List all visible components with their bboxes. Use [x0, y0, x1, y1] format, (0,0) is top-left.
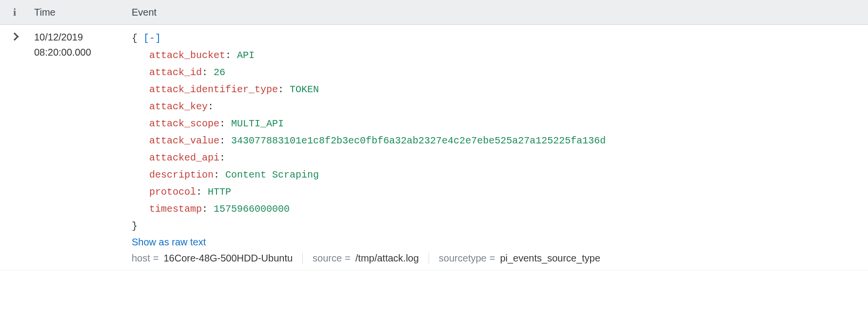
json-field-row: attack_bucket: API — [132, 47, 863, 64]
meta-eq: = — [490, 253, 495, 264]
json-field-row: protocol: HTTP — [132, 183, 863, 201]
json-field-row: timestamp: 1575966000000 — [132, 201, 863, 218]
json-value[interactable]: Content Scraping — [225, 169, 319, 181]
time-cell[interactable]: 10/12/2019 08:20:00.000 — [29, 25, 127, 270]
meta-sourcetype-value: pi_events_source_type — [500, 253, 600, 264]
json-colon: : — [225, 50, 237, 61]
json-key[interactable]: description — [149, 169, 214, 181]
events-table: i Time Event 10/12/2019 08:20:00.000 { [… — [0, 0, 868, 270]
event-time: 08:20:00.000 — [34, 45, 122, 60]
header-event-cell[interactable]: Event — [127, 0, 868, 25]
event-meta-row: host = 16Core-48G-500HDD-Ubuntu source =… — [132, 253, 863, 264]
json-field-row: attack_id: 26 — [132, 64, 863, 81]
json-key[interactable]: attack_id — [149, 67, 202, 78]
json-value[interactable]: 343077883101e1c8f2b3ec0fbf6a32ab2327e4c2… — [231, 135, 606, 146]
json-key[interactable]: attack_scope — [149, 118, 219, 129]
meta-sourcetype-key: sourcetype — [439, 253, 487, 264]
json-event-block: { [-] attack_bucket: APIattack_id: 26att… — [132, 30, 863, 235]
chevron-right-icon[interactable] — [11, 33, 19, 41]
json-value[interactable]: MULTI_API — [231, 118, 284, 129]
json-field-row: attacked_api: — [132, 149, 863, 166]
brace-close: } — [132, 221, 138, 232]
json-field-row: description: Content Scraping — [132, 166, 863, 183]
json-value[interactable]: 26 — [214, 67, 225, 78]
json-colon: : — [202, 67, 214, 78]
header-event-label: Event — [132, 7, 157, 18]
json-key[interactable]: protocol — [149, 186, 196, 198]
json-collapse-toggle[interactable]: [-] — [143, 33, 161, 44]
expand-cell[interactable] — [0, 25, 29, 270]
json-close-line: } — [132, 218, 863, 235]
json-fields-container: attack_bucket: APIattack_id: 26attack_id… — [132, 47, 863, 218]
meta-source-key: source — [313, 253, 342, 264]
json-key[interactable]: attack_key — [149, 101, 208, 112]
header-time-cell[interactable]: Time — [29, 0, 127, 25]
json-field-row: attack_key: — [132, 98, 863, 115]
json-key[interactable]: attack_identifier_type — [149, 84, 278, 95]
json-key[interactable]: timestamp — [149, 203, 202, 215]
json-key[interactable]: attack_bucket — [149, 50, 225, 61]
json-field-row: attack_value: 343077883101e1c8f2b3ec0fbf… — [132, 132, 863, 149]
meta-host-key: host — [132, 253, 150, 264]
json-colon: : — [214, 169, 225, 181]
header-time-label: Time — [34, 7, 56, 18]
json-value[interactable]: TOKEN — [290, 84, 319, 95]
json-colon: : — [208, 101, 214, 112]
event-date: 10/12/2019 — [34, 30, 122, 45]
table-row: 10/12/2019 08:20:00.000 { [-] attack_buc… — [0, 25, 868, 270]
json-value[interactable]: 1575966000000 — [214, 203, 290, 215]
json-value[interactable]: API — [237, 50, 255, 61]
json-colon: : — [278, 84, 290, 95]
json-open-line: { [-] — [132, 30, 863, 47]
json-colon: : — [219, 152, 225, 163]
meta-eq: = — [345, 253, 351, 264]
show-raw-text-link[interactable]: Show as raw text — [132, 237, 206, 248]
meta-source[interactable]: source = /tmp/attack.log — [302, 253, 429, 264]
meta-sourcetype[interactable]: sourcetype = pi_events_source_type — [429, 253, 610, 264]
json-key[interactable]: attacked_api — [149, 152, 219, 163]
meta-host[interactable]: host = 16Core-48G-500HDD-Ubuntu — [132, 253, 302, 264]
json-key[interactable]: attack_value — [149, 135, 219, 146]
table-header-row: i Time Event — [0, 0, 868, 25]
event-cell: { [-] attack_bucket: APIattack_id: 26att… — [127, 25, 868, 270]
meta-source-value: /tmp/attack.log — [355, 253, 419, 264]
meta-eq: = — [153, 253, 159, 264]
json-colon: : — [219, 135, 231, 146]
json-field-row: attack_scope: MULTI_API — [132, 115, 863, 132]
json-field-row: attack_identifier_type: TOKEN — [132, 81, 863, 98]
json-colon: : — [196, 186, 208, 198]
meta-host-value: 16Core-48G-500HDD-Ubuntu — [164, 253, 293, 264]
info-icon: i — [13, 6, 16, 19]
json-colon: : — [219, 118, 231, 129]
header-info-cell[interactable]: i — [0, 0, 29, 25]
json-value[interactable]: HTTP — [208, 186, 231, 198]
brace-open: { — [132, 33, 138, 44]
json-colon: : — [202, 203, 214, 215]
